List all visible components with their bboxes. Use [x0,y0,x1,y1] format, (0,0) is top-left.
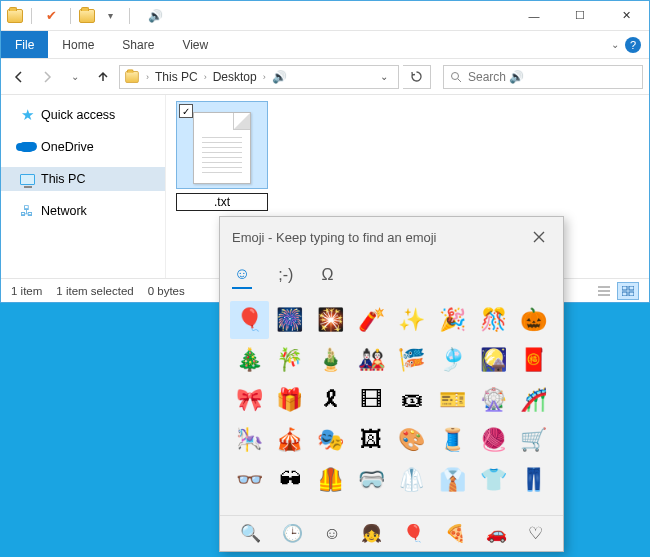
breadcrumb[interactable]: › This PC › Desktop › 🔊 ⌄ [119,65,399,89]
emoji-cell[interactable]: 🎄 [230,341,269,379]
emoji-cell[interactable]: 🎠 [230,421,269,459]
emoji-category[interactable]: 🚗 [486,523,507,544]
svg-rect-4 [622,292,627,296]
ribbon: File Home Share View ⌄ ? [1,31,649,59]
view-details-button[interactable] [593,282,615,300]
emoji-cell[interactable]: 🎪 [271,421,310,459]
emoji-cell[interactable]: 🎡 [474,381,513,419]
help-icon[interactable]: ? [625,37,641,53]
emoji-cell[interactable]: 🥽 [352,461,391,499]
search-input[interactable]: Search 🔊 [443,65,643,89]
emoji-cell[interactable]: 👕 [474,461,513,499]
status-size: 0 bytes [148,285,185,297]
breadcrumb-item[interactable]: This PC [155,70,198,84]
qat-newfolder-icon[interactable] [79,9,95,23]
emoji-category[interactable]: ♡ [528,523,543,544]
emoji-cell[interactable]: 🎉 [433,301,472,339]
chevron-right-icon[interactable]: › [259,72,270,82]
emoji-cell[interactable]: 🎫 [433,381,472,419]
emoji-tab-emoji[interactable]: ☺ [232,261,252,289]
emoji-cell[interactable]: 🎋 [271,341,310,379]
breadcrumb-dropdown-icon[interactable]: ⌄ [374,71,394,82]
emoji-cell[interactable]: ✨ [393,301,432,339]
emoji-cell[interactable]: 🎭 [311,421,350,459]
back-button[interactable] [7,65,31,89]
emoji-cell[interactable]: 🎈 [230,301,269,339]
emoji-cell[interactable]: 🥼 [393,461,432,499]
emoji-close-button[interactable] [527,225,551,249]
breadcrumb-root-icon[interactable] [125,71,139,83]
emoji-cell[interactable]: 🖼 [352,421,391,459]
text-file-icon [193,112,251,184]
emoji-cell[interactable]: 🎏 [393,341,432,379]
emoji-category[interactable]: 🎈 [403,523,424,544]
file-name-editor[interactable]: .txt [176,193,268,211]
pc-icon [19,171,35,187]
emoji-cell[interactable]: 🦺 [311,461,350,499]
qat-properties-icon[interactable]: ✔ [40,5,62,27]
emoji-category[interactable]: 🕒 [282,523,303,544]
emoji-cell[interactable]: 👖 [514,461,553,499]
emoji-cell[interactable]: 🎨 [393,421,432,459]
emoji-cell[interactable]: 🎃 [514,301,553,339]
emoji-cell[interactable]: 🎇 [311,301,350,339]
network-icon: 🖧 [19,203,35,219]
file-item[interactable]: ✓ .txt [176,101,268,211]
emoji-cell[interactable]: 🎁 [271,381,310,419]
emoji-category[interactable]: 🍕 [445,523,466,544]
emoji-cell[interactable]: 👔 [433,461,472,499]
ribbon-file-tab[interactable]: File [1,31,48,58]
sidebar-item-this-pc[interactable]: This PC [1,167,165,191]
maximize-button[interactable]: ☐ [557,1,603,31]
emoji-picker: Emoji - Keep typing to find an emoji ☺ ;… [219,216,564,552]
file-checkbox[interactable]: ✓ [179,104,193,118]
emoji-cell[interactable]: 🎞 [352,381,391,419]
view-large-icons-button[interactable] [617,282,639,300]
emoji-cell[interactable]: 🎐 [433,341,472,379]
emoji-cell[interactable]: 🧵 [433,421,472,459]
qat-customize-icon[interactable]: ▾ [99,5,121,27]
up-button[interactable] [91,65,115,89]
sidebar-item-onedrive[interactable]: OneDrive [1,135,165,159]
emoji-cell[interactable]: 🛒 [514,421,553,459]
sidebar-item-quick-access[interactable]: ★ Quick access [1,103,165,127]
recent-dropdown-icon[interactable]: ⌄ [63,65,87,89]
emoji-category[interactable]: 🔍 [240,523,261,544]
address-bar-row: ⌄ › This PC › Desktop › 🔊 ⌄ Search 🔊 [1,59,649,95]
sidebar-item-label: This PC [41,172,85,186]
emoji-cell[interactable]: 🧶 [474,421,513,459]
sidebar-item-network[interactable]: 🖧 Network [1,199,165,223]
titlebar[interactable]: ✔ ▾ 🔊 — ☐ ✕ [1,1,649,31]
emoji-cell[interactable]: 🎀 [230,381,269,419]
emoji-cell[interactable]: 🎎 [352,341,391,379]
ribbon-tab-share[interactable]: Share [108,31,168,58]
minimize-button[interactable]: — [511,1,557,31]
emoji-cell[interactable]: 🎍 [311,341,350,379]
emoji-tab-kaomoji[interactable]: ;-) [276,262,295,288]
emoji-cell[interactable]: 🎑 [474,341,513,379]
ribbon-tab-view[interactable]: View [168,31,222,58]
emoji-tab-symbols[interactable]: Ω [319,262,335,288]
breadcrumb-item[interactable]: 🔊 [272,70,287,84]
forward-button[interactable] [35,65,59,89]
emoji-cell[interactable]: 🎟 [393,381,432,419]
svg-rect-3 [629,286,634,290]
emoji-cell[interactable]: 🕶 [271,461,310,499]
ribbon-expand-icon[interactable]: ⌄ [611,39,619,50]
emoji-cell[interactable]: 🧧 [514,341,553,379]
emoji-cell[interactable]: 🧨 [352,301,391,339]
emoji-cell[interactable]: 🎆 [271,301,310,339]
emoji-cell[interactable]: 🎗 [311,381,350,419]
emoji-category[interactable]: ☺ [323,524,340,544]
chevron-right-icon[interactable]: › [142,72,153,82]
emoji-category[interactable]: 👧 [361,523,382,544]
emoji-cell[interactable]: 🎢 [514,381,553,419]
breadcrumb-item[interactable]: Desktop [213,70,257,84]
emoji-cell[interactable]: 🎊 [474,301,513,339]
close-button[interactable]: ✕ [603,1,649,31]
emoji-cell[interactable]: 👓 [230,461,269,499]
chevron-right-icon[interactable]: › [200,72,211,82]
refresh-button[interactable] [403,65,431,89]
window-title: 🔊 [148,9,163,23]
ribbon-tab-home[interactable]: Home [48,31,108,58]
